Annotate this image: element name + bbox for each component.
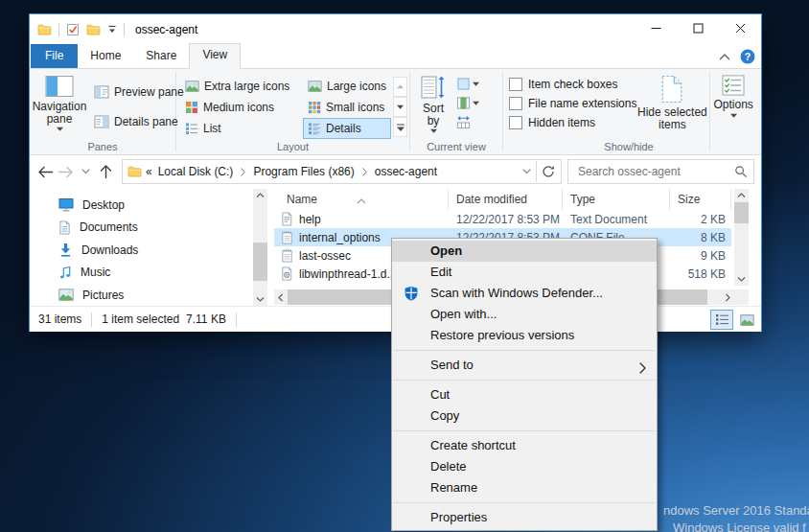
file-name-extensions-checkbox-row: File name extensions [509,97,636,110]
back-arrow-icon [37,165,54,179]
menu-item-rename[interactable]: Rename [392,477,657,498]
breadcrumb-ossec-agent[interactable]: ossec-agent [371,165,441,178]
menu-item-create-shortcut[interactable]: Create shortcut [392,435,657,456]
size-columns-button[interactable] [456,114,479,130]
column-header-size[interactable]: Size [670,189,731,210]
sort-ascending-icon [357,190,366,211]
table-row[interactable]: help12/22/2017 8:53 PMText Document2 KB [274,210,731,228]
column-header-name[interactable]: Name [274,189,449,210]
details-view-button[interactable] [710,310,733,330]
button-label: Preview pane [114,85,184,99]
search-icon[interactable] [734,165,748,178]
menu-item-edit[interactable]: Edit [392,262,657,283]
file-name-extensions-checkbox[interactable] [509,97,522,110]
close-button[interactable] [719,14,761,42]
chevron-right-icon [725,293,730,302]
qat-separator [58,23,59,36]
sidebar-item-pictures[interactable]: Pictures [30,284,272,307]
breadcrumb-overflow[interactable]: « [146,165,152,178]
tab-share[interactable]: Share [133,44,189,68]
scrollbar-corner [734,289,749,305]
layout-large-icons-button[interactable]: Large icons [303,76,391,97]
help-icon[interactable]: ? [740,49,755,64]
up-button[interactable] [96,160,116,183]
file-name: internal_options [299,231,381,244]
breadcrumb-program-files-x86[interactable]: Program Files (x86) [249,165,358,178]
menu-item-label: Open with... [430,307,497,321]
group-by-button[interactable] [456,76,479,92]
preview-pane-button[interactable]: Preview pane [89,81,189,103]
menu-item-open[interactable]: Open [392,241,657,262]
button-label: Details pane [114,115,178,128]
menu-item-label: Cut [430,387,450,402]
item-check-boxes-checkbox[interactable] [509,78,522,91]
breadcrumb-local-disk-c[interactable]: Local Disk (C:) [154,165,238,178]
new-folder-qat-icon[interactable] [86,24,101,35]
menu-item-copy[interactable]: Copy [392,405,657,427]
refresh-button[interactable] [538,165,559,178]
customize-qat-icon[interactable] [107,25,117,34]
scroll-down-arrow[interactable] [253,292,267,306]
menu-item-scan-with-windows-defender[interactable]: Scan with Windows Defender... [392,283,657,304]
chevron-down-icon [737,276,746,282]
scroll-down-arrow[interactable] [734,272,749,286]
layout-list-button[interactable]: List [180,118,303,139]
chevron-down-icon [256,296,265,302]
breadcrumb-chevron[interactable] [360,168,369,176]
layout-medium-icons-button[interactable]: Medium icons [180,97,303,118]
layout-extra-large-icons-button[interactable]: Extra large icons [180,76,303,97]
layout-details-button[interactable]: Details [303,118,391,139]
search-input[interactable] [576,164,734,179]
scroll-up-arrow[interactable] [253,189,267,202]
address-box[interactable]: «Local Disk (C:)Program Files (x86)ossec… [122,159,562,184]
tab-file[interactable]: File [31,44,78,68]
scroll-left-arrow[interactable] [274,289,288,305]
menu-item-restore-previous-versions[interactable]: Restore previous versions [392,325,657,346]
details-pane-icon [94,115,109,128]
menu-separator [394,380,655,381]
collapse-ribbon-icon[interactable] [719,53,730,60]
column-header-date-modified[interactable]: Date modified [449,189,563,210]
tab-home[interactable]: Home [78,44,133,68]
breadcrumb-chevron[interactable] [239,168,247,176]
details-pane-button[interactable]: Details pane [89,111,189,132]
forward-button[interactable] [56,160,76,183]
scrollbar-thumb[interactable] [253,243,267,281]
menu-item-properties[interactable]: Properties [392,507,657,528]
app-folder-icon[interactable] [37,24,52,35]
file-size-cell: 2 KB [670,213,731,226]
minimize-button[interactable] [635,14,677,42]
scrollbar-thumb[interactable] [734,202,749,223]
layout-more-button[interactable] [393,117,407,137]
sidebar-scrollbar[interactable] [253,189,267,306]
file-list-scrollbar[interactable] [734,189,749,286]
sidebar-item-desktop[interactable]: Desktop [30,194,272,217]
menu-item-delete[interactable]: Delete [392,456,657,477]
address-bar: «Local Disk (C:)Program Files (x86)ossec… [30,154,761,189]
layout-scroll-up-button[interactable] [393,77,407,97]
layout-small-icons-button[interactable]: Small icons [303,97,391,118]
scroll-right-arrow[interactable] [721,289,734,305]
scroll-up-arrow[interactable] [734,189,749,202]
menu-item-send-to[interactable]: Send to [392,355,657,376]
add-columns-button[interactable] [456,95,479,111]
maximize-button[interactable] [677,14,719,42]
sidebar-item-downloads[interactable]: Downloads [30,239,272,262]
current-view-group-label: Current view [410,141,502,152]
location-folder-icon [127,166,142,177]
layout-group-label: Layout [176,141,409,152]
menu-item-open-with[interactable]: Open with... [392,304,657,325]
sidebar-item-documents[interactable]: Documents [30,217,272,240]
properties-qat-icon[interactable] [66,23,80,36]
tab-view[interactable]: View [189,43,241,69]
column-header-type[interactable]: Type [563,189,670,210]
recent-locations-button[interactable] [76,160,96,183]
medium-grid-icon [185,101,198,114]
sidebar-item-music[interactable]: Music [30,262,272,285]
menu-item-cut[interactable]: Cut [392,384,657,405]
hidden-items-checkbox[interactable] [509,116,522,129]
address-dropdown-button[interactable] [518,169,535,174]
large-icons-view-button[interactable] [735,310,758,330]
back-button[interactable] [35,160,56,183]
layout-scroll-down-button[interactable] [393,97,407,117]
